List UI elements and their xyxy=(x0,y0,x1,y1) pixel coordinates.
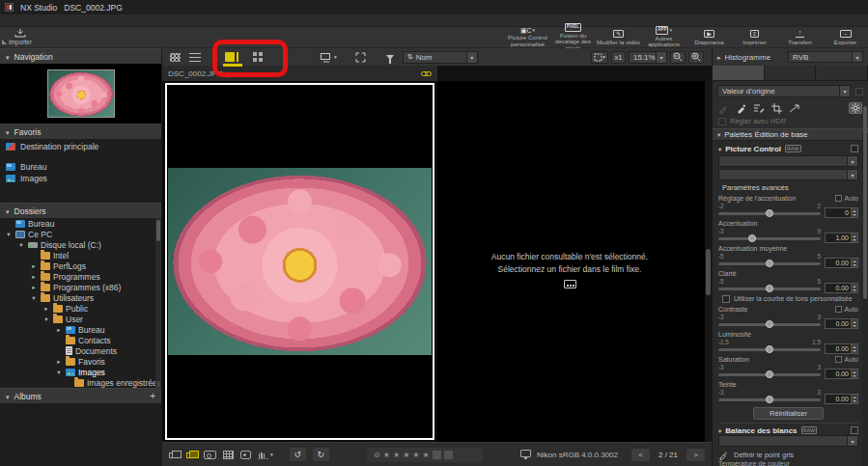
tree-expander-icon[interactable] xyxy=(42,315,50,323)
tree-expander-icon[interactable] xyxy=(55,326,63,334)
slider-handle[interactable] xyxy=(766,345,773,353)
filmstrip-tab[interactable]: DSC_0002.JPG | xyxy=(162,66,437,81)
base-edit-palettes-header[interactable]: Palettes Édition de base xyxy=(713,128,868,141)
toolbar-button[interactable]: ▶ Diaporama xyxy=(686,27,732,47)
slider-track[interactable] xyxy=(718,398,821,401)
star-icon[interactable] xyxy=(383,451,390,459)
toolbar-button[interactable]: → Exporter xyxy=(823,27,868,47)
favorite-item[interactable]: Images xyxy=(0,173,161,184)
toolbar-button[interactable]: PIXEL Fusion du décalage des pixels xyxy=(550,27,596,47)
tool-settings-button[interactable] xyxy=(849,102,862,114)
slider-track[interactable] xyxy=(718,373,821,376)
slider-value-input[interactable]: 0 xyxy=(825,207,858,218)
fullscreen-button[interactable] xyxy=(355,52,366,63)
folder-tree-item[interactable]: Images enregistrées xyxy=(0,377,161,388)
folder-tree-item[interactable]: Images xyxy=(0,367,161,377)
tree-expander-icon[interactable] xyxy=(55,358,63,366)
slider-track[interactable] xyxy=(718,237,821,240)
picture-control-checkbox[interactable] xyxy=(851,145,858,152)
slider-handle[interactable] xyxy=(766,370,773,378)
folder-tree-item[interactable]: Bureau xyxy=(0,324,161,335)
toolbar-button[interactable]: ≡ Imprimer xyxy=(732,27,777,47)
albums-header[interactable]: Albums + xyxy=(0,388,161,403)
zoom-out-button[interactable] xyxy=(670,51,686,64)
gray-point-row[interactable]: Définir le point gris xyxy=(718,449,858,460)
gray-point-sample-tool[interactable] xyxy=(718,103,729,114)
white-balance-select[interactable] xyxy=(718,435,858,447)
grid-overlay-button[interactable] xyxy=(223,451,234,459)
slider-value-input[interactable]: 0.00 xyxy=(825,318,858,329)
preset-checkbox[interactable] xyxy=(855,88,863,96)
tree-expander-icon[interactable] xyxy=(5,231,13,238)
spinner[interactable] xyxy=(852,343,858,354)
folder-tree-item[interactable]: Bureau xyxy=(0,218,161,229)
no-rating-icon[interactable]: ⊘ xyxy=(374,451,380,459)
image-viewer-pane[interactable]: Aucun fichier consultable n'est sélectio… xyxy=(437,81,712,442)
slider-handle[interactable] xyxy=(766,260,773,267)
white-balance-checkbox[interactable] xyxy=(851,426,858,434)
spinner[interactable] xyxy=(852,283,858,293)
folder-tree-item[interactable]: Public xyxy=(0,303,161,314)
histogram-overlay-button[interactable]: ▾ xyxy=(258,451,273,459)
slider-value-input[interactable]: 0.00 xyxy=(825,369,858,379)
preset-select[interactable]: Valeur d'origine xyxy=(717,85,851,97)
compare-images-button[interactable] xyxy=(169,452,177,458)
toolbar-button[interactable]: APP Autres applications xyxy=(641,27,686,47)
adjustment-list-tool[interactable] xyxy=(753,103,765,114)
tree-expander-icon[interactable] xyxy=(30,284,38,291)
folder-tree-item[interactable]: Disque local (C:) xyxy=(0,239,161,250)
picture-control-select[interactable] xyxy=(718,155,858,167)
info-overlay-button[interactable] xyxy=(240,451,251,459)
filter-button[interactable] xyxy=(386,55,394,60)
rotate-left-button[interactable]: ↺ xyxy=(290,448,306,461)
linked-images-button[interactable] xyxy=(186,452,194,458)
star-icon[interactable] xyxy=(422,451,429,459)
toolbar-button[interactable]: ↑ Transfert xyxy=(777,27,823,47)
star-icon[interactable] xyxy=(403,451,409,459)
folder-tree-item[interactable]: Ce PC xyxy=(0,229,161,239)
slider-handle[interactable] xyxy=(766,209,773,217)
crop-tool[interactable] xyxy=(771,103,782,114)
add-album-button[interactable]: + xyxy=(150,392,155,401)
tree-expander-icon[interactable] xyxy=(30,294,38,302)
folder-tree-item[interactable]: PerfLogs xyxy=(0,260,161,271)
folder-tree-item[interactable]: Contacts xyxy=(0,335,161,345)
slider-handle[interactable] xyxy=(748,234,756,242)
zoom-100-button[interactable]: x1 xyxy=(611,51,626,64)
navigation-header[interactable]: Navigation xyxy=(0,48,161,64)
tree-scrollbar[interactable] xyxy=(155,218,161,388)
photo-filmstrip-view-button[interactable] xyxy=(225,52,235,62)
slider-track[interactable] xyxy=(718,288,821,290)
viewer-scrollbar[interactable] xyxy=(706,249,711,295)
slider-handle[interactable] xyxy=(766,285,773,292)
spinner[interactable] xyxy=(852,207,858,218)
custom-tone-curve-checkbox[interactable] xyxy=(722,295,730,303)
white-balance-header[interactable]: Balance des blancs RAW xyxy=(718,423,858,434)
fit-to-screen-button[interactable]: ▾ xyxy=(591,51,608,64)
histogram-section-header[interactable]: Histogramme RVB xyxy=(713,48,868,66)
straighten-tool[interactable] xyxy=(789,103,800,114)
panel-tab[interactable] xyxy=(765,66,817,80)
folder-tree-item[interactable]: Programmes (x86) xyxy=(0,282,161,292)
panel-tab[interactable] xyxy=(816,66,868,80)
navigation-thumbnail[interactable] xyxy=(47,69,115,118)
star-icon[interactable] xyxy=(393,451,400,459)
toolbar-button[interactable]: ✎ Modifier la vidéo xyxy=(596,27,641,47)
histogram-channel-select[interactable]: RVB xyxy=(788,51,863,63)
tree-expander-icon[interactable] xyxy=(42,305,50,313)
slider-value-input[interactable]: 1.00 xyxy=(825,233,858,243)
tree-expander-icon[interactable] xyxy=(30,262,38,270)
slider-handle[interactable] xyxy=(766,320,773,328)
folder-tree-item[interactable]: Utilisateurs xyxy=(0,292,161,303)
favorite-item[interactable]: Bureau xyxy=(0,161,161,173)
aspect-overlay-button[interactable] xyxy=(204,451,216,459)
picture-control-sub-select[interactable] xyxy=(718,169,858,180)
auto-checkbox[interactable]: Auto xyxy=(835,356,858,363)
spinner[interactable] xyxy=(852,258,858,268)
folders-header[interactable]: Dossiers xyxy=(0,203,161,218)
hdr-checkbox[interactable] xyxy=(718,118,726,125)
display-target-button[interactable]: ▾ xyxy=(320,52,337,63)
slider-handle[interactable] xyxy=(766,396,773,403)
tree-expander-icon[interactable] xyxy=(30,273,38,281)
tree-expander-icon[interactable] xyxy=(17,241,25,249)
